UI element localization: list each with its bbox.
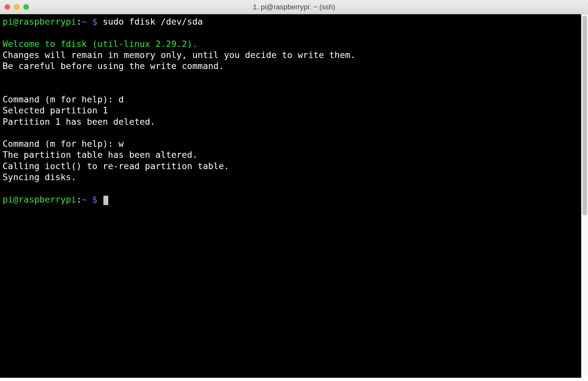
line-cmd-d: Command (m for help): d [3, 94, 124, 104]
terminal-wrap: pi@raspberrypi:~ $ sudo fdisk /dev/sda W… [0, 14, 588, 378]
line-changes: Changes will remain in memory only, unti… [3, 50, 356, 60]
scrollbar-track[interactable] [581, 14, 588, 378]
line-ioctl: Calling ioctl() to re-read partition tab… [3, 161, 229, 171]
prompt-user-host: pi@raspberrypi [3, 194, 76, 204]
terminal-window: 1. pi@raspberrypi: ~ (ssh) pi@raspberryp… [0, 0, 588, 381]
prompt-sep: : [76, 17, 82, 27]
line-altered: The partition table has been altered. [3, 150, 197, 160]
fdisk-welcome: Welcome to fdisk (util-linux 2.29.2). [3, 39, 197, 49]
window-title: 1. pi@raspberrypi: ~ (ssh) [0, 3, 588, 11]
line-cmd-w: Command (m for help): w [3, 139, 124, 149]
zoom-button[interactable] [23, 4, 29, 10]
line-sync: Syncing disks. [3, 172, 76, 182]
titlebar: 1. pi@raspberrypi: ~ (ssh) [0, 0, 588, 14]
prompt-user-host: pi@raspberrypi [3, 17, 76, 27]
minimize-button[interactable] [14, 4, 19, 10]
line-careful: Be careful before using the write comman… [3, 61, 224, 71]
scrollbar-thumb[interactable] [582, 16, 587, 215]
close-button[interactable] [5, 4, 10, 10]
prompt-path: ~ $ [82, 17, 98, 27]
cursor [103, 196, 108, 205]
prompt-path: ~ $ [82, 194, 98, 204]
terminal-output[interactable]: pi@raspberrypi:~ $ sudo fdisk /dev/sda W… [0, 14, 581, 378]
command-1: sudo fdisk /dev/sda [98, 17, 203, 27]
traffic-lights [5, 4, 29, 10]
line-deleted: Partition 1 has been deleted. [3, 117, 155, 127]
line-selected: Selected partition 1 [3, 105, 108, 115]
prompt-sep: : [76, 194, 82, 204]
